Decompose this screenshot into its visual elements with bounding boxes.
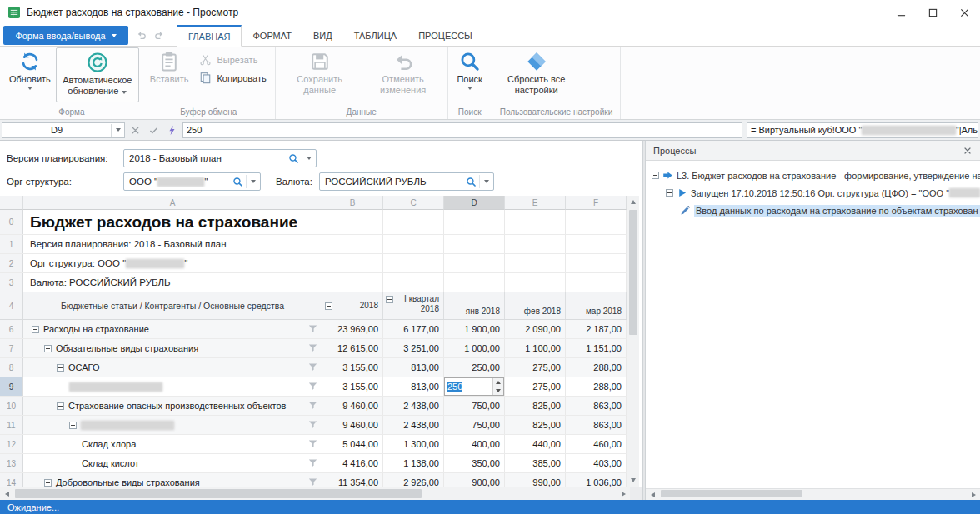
row-number-4[interactable]: 4 (0, 292, 23, 319)
cell-F12[interactable]: 460,00 (566, 435, 627, 453)
auto-refresh-button[interactable]: Автоматическое обновление (56, 47, 139, 102)
spinner-up-button[interactable] (493, 378, 503, 387)
cell-A2[interactable]: Орг структура: ООО "" (23, 254, 322, 272)
undo-button[interactable] (132, 27, 149, 44)
filter-icon[interactable] (308, 344, 318, 353)
select-all-corner[interactable] (0, 196, 23, 210)
row-number-10[interactable]: 10 (0, 397, 23, 415)
scroll-left-button[interactable] (0, 487, 13, 500)
row-number-3[interactable]: 3 (0, 273, 23, 292)
cell-A6[interactable]: Расходы на страхование (23, 320, 322, 338)
cancel-entry-button[interactable] (128, 122, 143, 138)
collapse-toggle-icon[interactable] (44, 345, 52, 352)
cell-C2[interactable] (383, 254, 444, 272)
column-header-B[interactable]: B (322, 196, 383, 210)
period-header-4[interactable]: мар 2018 (566, 292, 627, 319)
paste-button[interactable]: Вставить (145, 47, 194, 102)
collapse-toggle-icon[interactable] (32, 326, 39, 333)
cell-E11[interactable]: 825,00 (505, 416, 566, 434)
cell-A13[interactable]: Склад кислот (23, 454, 322, 472)
column-header-C[interactable]: C (383, 196, 444, 210)
period-header-2[interactable]: янв 2018 (444, 292, 505, 319)
cell-B9[interactable]: 3 155,00 (322, 377, 383, 396)
cell-A8[interactable]: ОСАГО (23, 358, 322, 377)
redo-button[interactable] (151, 27, 168, 44)
collapse-toggle-icon[interactable] (325, 302, 332, 310)
cell-E0[interactable] (505, 210, 566, 234)
cell-F2[interactable] (566, 254, 627, 272)
cell-B0[interactable] (322, 210, 383, 234)
chevron-down-icon[interactable] (112, 128, 124, 132)
function-wizard-button[interactable] (164, 122, 180, 138)
tab-home[interactable]: ГЛАВНАЯ (177, 25, 242, 47)
cell-E13[interactable]: 385,00 (505, 454, 566, 472)
cell-B1[interactable] (322, 235, 383, 253)
confirm-entry-button[interactable] (146, 122, 162, 138)
cell-B3[interactable] (322, 273, 383, 292)
cell-A11[interactable] (23, 416, 322, 434)
row-number-7[interactable]: 7 (0, 339, 23, 357)
cell-C3[interactable] (383, 273, 444, 292)
tab-view[interactable]: ВИД (302, 25, 343, 46)
cell-D1[interactable] (444, 235, 505, 253)
cell-E3[interactable] (505, 273, 566, 292)
filter-icon[interactable] (308, 440, 318, 449)
cell-C6[interactable]: 6 177,00 (383, 320, 444, 338)
collapse-toggle-icon[interactable] (44, 479, 52, 487)
cell-D14[interactable]: 900,00 (444, 473, 505, 487)
reset-settings-button[interactable]: Сбросить все настройки (495, 47, 578, 102)
cell-F14[interactable]: 1 036,00 (566, 473, 627, 487)
chevron-down-icon[interactable] (480, 180, 493, 183)
close-button[interactable] (948, 0, 980, 25)
cell-E12[interactable]: 440,00 (505, 435, 566, 453)
collapse-toggle-icon[interactable] (69, 422, 77, 429)
filter-icon[interactable] (308, 363, 318, 372)
cell-F1[interactable] (566, 235, 627, 253)
collapse-toggle-icon[interactable] (57, 364, 64, 372)
cell-D3[interactable] (444, 273, 505, 292)
cell-B13[interactable]: 4 416,00 (322, 454, 383, 472)
row-number-12[interactable]: 12 (0, 435, 23, 453)
maximize-button[interactable] (917, 0, 948, 25)
cell-C0[interactable] (383, 210, 444, 234)
cell-E8[interactable]: 275,00 (505, 358, 566, 377)
formula-input[interactable]: 250 (182, 122, 742, 138)
scroll-left-button[interactable] (646, 488, 659, 501)
search-icon[interactable] (232, 177, 243, 187)
cell-C1[interactable] (383, 235, 444, 253)
column-header-E[interactable]: E (505, 196, 566, 210)
scroll-down-button[interactable] (628, 474, 639, 487)
search-icon[interactable] (466, 177, 477, 187)
column-header-D[interactable]: D (444, 196, 505, 210)
cell-D7[interactable]: 1 000,00 (444, 339, 505, 357)
cell-B10[interactable]: 9 460,00 (322, 397, 383, 415)
cell-C12[interactable]: 1 300,00 (383, 435, 444, 453)
scrollbar-thumb[interactable] (15, 489, 422, 498)
cell-E1[interactable] (505, 235, 566, 253)
row-number-11[interactable]: 11 (0, 416, 23, 434)
column-header-A[interactable]: A (23, 196, 322, 210)
cell-F3[interactable] (566, 273, 627, 292)
cell-B8[interactable]: 3 155,00 (322, 358, 383, 377)
filter-icon[interactable] (308, 382, 318, 392)
cell-C9[interactable]: 813,00 (383, 377, 444, 396)
chevron-down-icon[interactable] (247, 180, 260, 183)
cell-A0[interactable]: Бюджет расходов на страхование (23, 210, 322, 234)
cell-F7[interactable]: 1 151,00 (566, 339, 627, 357)
cell-B12[interactable]: 5 044,00 (322, 435, 383, 453)
horizontal-scrollbar[interactable] (0, 487, 642, 500)
cell-D0[interactable] (444, 210, 505, 234)
tab-format[interactable]: ФОРМАТ (242, 25, 302, 46)
period-header-0[interactable]: 2018 (322, 292, 383, 319)
scrollbar-thumb[interactable] (629, 210, 638, 335)
period-header-3[interactable]: фев 2018 (505, 292, 566, 319)
cell-A12[interactable]: Склад хлора (23, 435, 322, 453)
cell-name-box[interactable]: D9 (2, 122, 125, 138)
chevron-down-icon[interactable] (302, 157, 316, 160)
cell-D9-editor[interactable]: 250 (444, 377, 505, 396)
cell-E7[interactable]: 1 100,00 (505, 339, 566, 357)
cell-F9[interactable]: 288,00 (566, 377, 627, 396)
undo-changes-button[interactable]: Отменить изменения (362, 47, 445, 102)
cut-button[interactable]: Вырезать (195, 52, 270, 67)
search-icon[interactable] (288, 153, 299, 164)
